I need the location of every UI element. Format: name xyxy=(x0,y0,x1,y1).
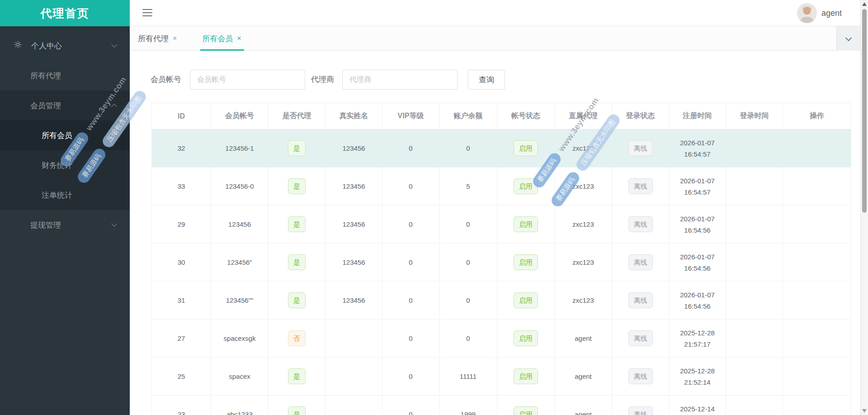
chevron-up-icon xyxy=(111,104,117,110)
tab-list-dropdown-button[interactable] xyxy=(836,26,860,51)
status-badge: 是 xyxy=(288,140,306,156)
chevron-down-icon xyxy=(845,35,852,41)
tab-1[interactable]: 所有代理× xyxy=(138,26,177,51)
close-icon[interactable]: × xyxy=(173,34,177,43)
cell-login-status: 离线 xyxy=(612,281,669,320)
table-body: 32123456-1是12345600启用zxc123离线2026-01-071… xyxy=(152,129,851,415)
sidebar-item-2[interactable]: 所有代理 xyxy=(0,61,130,91)
sidebar-item-5[interactable]: 财务统计 xyxy=(0,150,130,180)
cell-real-name: 123456 xyxy=(326,243,382,281)
cell-account-status: 启用 xyxy=(497,358,555,396)
page-scrollbar[interactable] xyxy=(860,0,868,415)
table-row: 23abc1233是01999启用agent离线2025-12-1413:07:… xyxy=(152,396,851,415)
sidebar-item-3[interactable]: 会员管理 xyxy=(0,91,130,120)
cell-vip-level: 0 xyxy=(382,205,439,243)
status-badge: 启用 xyxy=(514,178,538,194)
status-badge: 启用 xyxy=(514,406,538,415)
cell-account-status: 启用 xyxy=(497,205,555,243)
cell-balance: 11111 xyxy=(439,358,497,396)
status-badge: 启用 xyxy=(514,292,538,308)
sidebar-item-4[interactable]: 所有会员 xyxy=(0,120,130,150)
column-header: 是否代理 xyxy=(269,103,326,129)
status-badge: 启用 xyxy=(514,254,538,270)
status-badge: 启用 xyxy=(514,216,538,232)
cell-balance: 0 xyxy=(439,205,497,243)
sidebar-item-label: 个人中心 xyxy=(31,41,62,51)
cell-login-time xyxy=(726,281,783,320)
cell-account-status: 启用 xyxy=(497,167,555,205)
cell-login-time xyxy=(726,320,783,358)
cell-account: spacex xyxy=(211,358,269,396)
cell-account: 123456"" xyxy=(211,281,269,320)
scrollbar-thumb[interactable] xyxy=(862,9,867,213)
cell-direct-agent: agent xyxy=(555,320,612,358)
cell-direct-agent: zxc123 xyxy=(555,205,612,243)
cell-is-agent: 是 xyxy=(269,167,326,205)
tab-bar: 所有代理×所有会员× xyxy=(130,26,860,51)
cell-register-time: 2025-12-1413:07:24 xyxy=(669,396,726,415)
cell-direct-agent: agent xyxy=(555,396,612,415)
agent-label: 代理商 xyxy=(311,70,334,90)
cell-real-name xyxy=(326,320,382,358)
cell-balance: 0 xyxy=(439,320,497,358)
chevron-down-icon xyxy=(111,221,117,227)
cell-real-name: 123456 xyxy=(326,167,382,205)
cell-login-status: 离线 xyxy=(612,167,669,205)
cell-login-status: 离线 xyxy=(612,396,669,415)
sidebar-item-6[interactable]: 注单统计 xyxy=(0,180,130,210)
cell-action xyxy=(783,396,851,415)
menu-toggle-icon[interactable] xyxy=(142,9,152,16)
cell-real-name: 123456 xyxy=(326,281,382,320)
cell-id: 25 xyxy=(152,358,211,396)
table-row: 30123456"是12345600启用zxc123离线2026-01-0716… xyxy=(152,243,851,281)
search-button[interactable]: 查询 xyxy=(468,70,505,90)
cell-action xyxy=(783,358,851,396)
username-label[interactable]: agent xyxy=(821,0,842,26)
status-badge: 是 xyxy=(288,406,306,415)
cell-id: 30 xyxy=(152,243,211,281)
table-row: 33123456-0是12345605启用zxc123离线2026-01-071… xyxy=(152,167,851,205)
column-header: 登录时间 xyxy=(726,103,783,129)
cell-login-time xyxy=(726,129,783,167)
cell-vip-level: 0 xyxy=(382,281,439,320)
close-icon[interactable]: × xyxy=(237,34,241,43)
member-account-input[interactable] xyxy=(190,70,305,90)
tab-2[interactable]: 所有会员× xyxy=(202,26,241,51)
cell-register-time: 2025-12-2821:52:14 xyxy=(669,358,726,396)
cell-is-agent: 是 xyxy=(269,129,326,167)
sidebar-item-1[interactable]: 个人中心 xyxy=(0,31,130,61)
sidebar-item-7[interactable]: 提现管理 xyxy=(0,210,130,240)
cell-is-agent: 是 xyxy=(269,205,326,243)
agent-input[interactable] xyxy=(342,70,458,90)
cell-action xyxy=(783,167,851,205)
cell-direct-agent: agent xyxy=(555,358,612,396)
sidebar-item-label: 所有代理 xyxy=(30,71,61,81)
cell-vip-level: 0 xyxy=(382,167,439,205)
cell-is-agent: 是 xyxy=(269,281,326,320)
cell-real-name xyxy=(326,396,382,415)
cell-register-time: 2026-01-0716:54:56 xyxy=(669,205,726,243)
table-header-row: ID会员帐号是否代理真实姓名VIP等级账户余额帐号状态直属代理登录状态注册时间登… xyxy=(152,103,851,129)
sidebar: 代理首页 个人中心所有代理会员管理所有会员财务统计注单统计提现管理 xyxy=(0,0,130,415)
cell-is-agent: 否 xyxy=(269,320,326,358)
table-row: 27spacexsgk否00启用agent离线2025-12-2821:57:1… xyxy=(152,320,851,358)
scroll-up-icon[interactable] xyxy=(862,2,867,6)
cell-account: 123456-1 xyxy=(211,129,269,167)
cell-account-status: 启用 xyxy=(497,129,555,167)
cell-register-time: 2026-01-0716:54:57 xyxy=(669,129,726,167)
cell-real-name: 123456 xyxy=(326,205,382,243)
column-header: 会员帐号 xyxy=(211,103,269,129)
sidebar-item-label: 所有会员 xyxy=(42,130,72,141)
tab-label: 所有代理 xyxy=(138,33,169,44)
status-badge: 离线 xyxy=(628,368,653,384)
sidebar-menu: 个人中心所有代理会员管理所有会员财务统计注单统计提现管理 xyxy=(0,31,130,240)
cell-account: 123456" xyxy=(211,243,269,281)
sidebar-item-label: 提现管理 xyxy=(30,220,61,230)
cell-login-time xyxy=(726,167,783,205)
user-avatar[interactable] xyxy=(797,3,817,23)
scroll-down-icon[interactable] xyxy=(862,409,867,413)
column-header: ID xyxy=(152,103,211,129)
sidebar-item-label: 财务统计 xyxy=(42,160,72,171)
cell-direct-agent: zxc123 xyxy=(555,167,612,205)
cell-real-name: 123456 xyxy=(326,129,382,167)
